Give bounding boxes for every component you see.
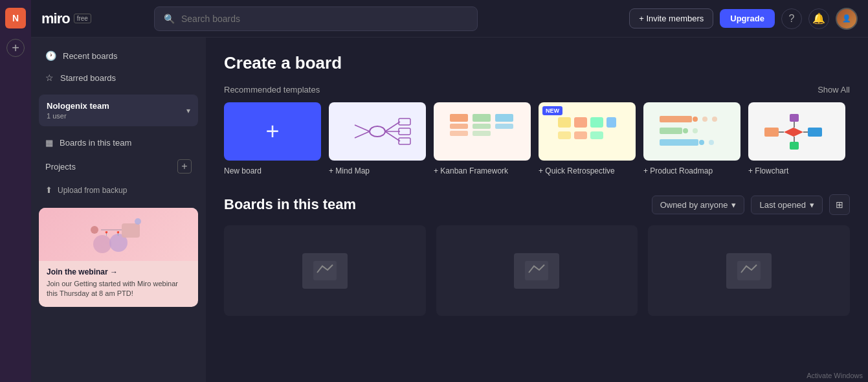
search-icon: 🔍 — [164, 14, 175, 24]
kanban-preview — [447, 111, 518, 153]
filter-owner-chevron-icon: ▾ — [731, 200, 736, 210]
sidebar-item-upload[interactable]: ⬆ Upload from backup — [39, 180, 198, 200]
svg-rect-53 — [737, 261, 761, 280]
svg-line-11 — [385, 131, 400, 141]
webinar-card[interactable]: 📍 📍 Join the webinar → Join our Getting … — [39, 208, 198, 307]
webinar-title: Join the webinar → — [47, 267, 190, 276]
sidebar: 🕐 Recent boards ☆ Starred boards Nologen… — [31, 38, 206, 382]
invite-members-button[interactable]: + Invite members — [629, 8, 713, 28]
sidebar-item-boards-in-team[interactable]: ▦ Boards in this team — [39, 133, 198, 153]
mind-map-preview — [342, 109, 413, 154]
webinar-image: 📍 📍 — [39, 208, 198, 261]
board-card-3[interactable] — [648, 225, 850, 316]
add-new-button[interactable]: + — [6, 39, 25, 57]
board-card-2[interactable] — [436, 225, 638, 316]
boards-grid — [224, 225, 850, 316]
user-avatar[interactable]: 👤 — [836, 8, 858, 30]
svg-rect-24 — [495, 124, 513, 129]
show-all-link[interactable]: Show All — [818, 85, 850, 95]
upgrade-button[interactable]: Upgrade — [720, 9, 775, 28]
add-project-button[interactable]: + — [177, 159, 192, 174]
sidebar-item-starred-boards[interactable]: ☆ Starred boards — [39, 67, 198, 88]
template-roadmap-label: + Product Roadmap — [643, 166, 713, 175]
svg-rect-45 — [790, 114, 799, 122]
board-thumb-icon — [312, 260, 338, 282]
template-retro-label: + Quick Retrospective — [539, 166, 615, 175]
svg-rect-19 — [450, 131, 468, 136]
svg-point-8 — [370, 126, 385, 137]
grid-view-button[interactable]: ⊞ — [829, 194, 850, 215]
help-icon-button[interactable]: ? — [781, 8, 802, 29]
svg-rect-27 — [590, 117, 603, 128]
svg-point-5 — [135, 218, 141, 225]
template-roadmap[interactable]: + Product Roadmap — [643, 102, 740, 176]
svg-rect-12 — [399, 118, 410, 125]
filter-sort-dropdown[interactable]: Last opened ▾ — [751, 196, 823, 214]
team-chevron-icon: ▾ — [186, 106, 190, 115]
template-mind-map-label: + Mind Map — [329, 166, 370, 175]
team-name: Nologenix team — [47, 101, 109, 111]
svg-marker-43 — [784, 128, 803, 137]
templates-row: + New board — [224, 102, 850, 176]
sidebar-item-recent-boards[interactable]: 🕐 Recent boards — [39, 45, 198, 66]
svg-point-40 — [699, 140, 704, 145]
roadmap-preview — [656, 111, 728, 153]
recent-boards-icon: 🕐 — [45, 51, 56, 61]
svg-rect-51 — [313, 261, 337, 280]
svg-rect-32 — [660, 116, 692, 122]
svg-rect-36 — [660, 128, 682, 134]
svg-rect-21 — [473, 124, 491, 129]
svg-point-41 — [709, 140, 714, 145]
svg-rect-30 — [574, 131, 587, 139]
svg-rect-22 — [473, 131, 491, 136]
template-new-board[interactable]: + New board — [224, 102, 321, 176]
svg-point-0 — [93, 235, 111, 253]
boards-section: Boards in this team Owned by anyone ▾ La… — [224, 194, 850, 316]
template-flowchart[interactable]: + Flowchart — [748, 102, 845, 176]
svg-line-9 — [385, 122, 400, 131]
svg-point-37 — [683, 128, 688, 133]
svg-rect-46 — [790, 142, 799, 150]
search-input[interactable] — [181, 14, 468, 24]
svg-rect-44 — [808, 128, 822, 137]
board-card-1[interactable] — [224, 225, 426, 316]
notifications-icon-button[interactable]: 🔔 — [808, 8, 829, 29]
svg-text:📍: 📍 — [115, 230, 121, 236]
boards-icon: ▦ — [45, 138, 53, 148]
svg-rect-25 — [558, 117, 571, 128]
template-mind-map[interactable]: + Mind Map — [329, 102, 426, 176]
recommended-label: Recommended templates — [224, 85, 320, 95]
svg-point-38 — [693, 128, 698, 133]
svg-rect-29 — [558, 131, 571, 139]
upload-icon: ⬆ — [45, 185, 52, 195]
svg-rect-42 — [764, 128, 779, 137]
webinar-description: Join our Getting started with Miro webin… — [47, 279, 190, 299]
svg-line-16 — [355, 131, 370, 138]
svg-point-35 — [712, 117, 717, 122]
boards-section-title: Boards in this team — [224, 196, 356, 213]
webinar-art: 📍 📍 — [83, 212, 154, 257]
team-selector[interactable]: Nologenix team 1 user ▾ — [39, 95, 198, 126]
miro-logo: miro free — [41, 10, 145, 27]
svg-point-3 — [91, 226, 98, 234]
retro-preview — [555, 111, 619, 153]
svg-rect-18 — [450, 124, 468, 129]
svg-rect-14 — [399, 138, 410, 144]
board-thumb-icon-3 — [736, 260, 762, 282]
template-retrospective[interactable]: NEW + Quick Retrospective — [539, 102, 636, 176]
template-new-board-label: New board — [224, 166, 262, 175]
svg-point-34 — [702, 117, 707, 122]
user-initial-avatar[interactable]: N — [5, 8, 26, 28]
svg-rect-13 — [399, 128, 410, 135]
svg-rect-23 — [495, 114, 513, 122]
svg-rect-17 — [450, 114, 468, 122]
template-kanban[interactable]: + Kanban Framework — [434, 102, 531, 176]
recommended-section: Recommended templates Show All + New boa… — [224, 85, 850, 176]
svg-rect-39 — [660, 139, 698, 146]
filter-owner-dropdown[interactable]: Owned by anyone ▾ — [652, 196, 745, 214]
search-bar: 🔍 — [154, 6, 478, 31]
template-kanban-label: + Kanban Framework — [434, 166, 508, 175]
svg-rect-20 — [473, 114, 491, 122]
svg-rect-52 — [525, 261, 548, 280]
new-badge: NEW — [542, 106, 562, 115]
